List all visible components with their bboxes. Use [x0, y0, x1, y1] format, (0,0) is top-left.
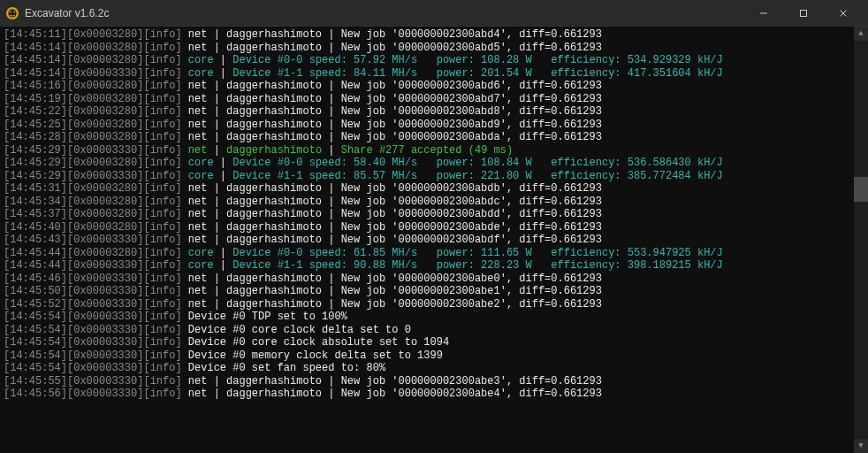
maximize-button[interactable] — [783, 0, 823, 27]
log-line: [14:45:43][0x00003330][info] net | dagge… — [4, 234, 850, 247]
log-line: [14:45:29][0x00003280][info] core | Devi… — [4, 157, 850, 170]
log-line: [14:45:11][0x00003280][info] net | dagge… — [4, 28, 850, 42]
scrollbar[interactable]: ▲ ▼ — [854, 27, 868, 453]
log-line: [14:45:54][0x00003330][info] Device #0 T… — [4, 311, 850, 324]
app-icon — [5, 6, 19, 20]
close-button[interactable] — [823, 0, 863, 27]
svg-point-3 — [13, 11, 15, 12]
log-line: [14:45:28][0x00003280][info] net | dagge… — [4, 131, 850, 144]
scroll-thumb[interactable] — [854, 177, 868, 202]
log-line: [14:45:44][0x00003330][info] core | Devi… — [4, 259, 850, 273]
window-title: Excavator v1.6.2c — [25, 7, 743, 19]
window-controls — [743, 0, 863, 27]
console-area: [14:45:11][0x00003280][info] net | dagge… — [0, 27, 868, 453]
log-line: [14:45:29][0x00003330][info] core | Devi… — [4, 170, 850, 183]
scroll-down-arrow[interactable]: ▼ — [854, 439, 868, 453]
minimize-button[interactable] — [743, 0, 783, 27]
log-line: [14:45:14][0x00003330][info] core | Devi… — [4, 67, 850, 81]
log-line: [14:45:50][0x00003330][info] net | dagge… — [4, 285, 850, 298]
svg-rect-5 — [800, 10, 806, 16]
console-output: [14:45:11][0x00003280][info] net | dagge… — [0, 27, 854, 453]
svg-point-2 — [10, 11, 11, 12]
log-line: [14:45:56][0x00003330][info] net | dagge… — [4, 388, 850, 401]
log-line: [14:45:31][0x00003280][info] net | dagge… — [4, 182, 850, 196]
log-line: [14:45:46][0x00003330][info] net | dagge… — [4, 273, 850, 286]
log-line: [14:45:29][0x00003330][info] net | dagge… — [4, 144, 850, 157]
log-line: [14:45:40][0x00003280][info] net | dagge… — [4, 221, 850, 234]
log-line: [14:45:14][0x00003280][info] core | Devi… — [4, 54, 850, 67]
log-line: [14:45:55][0x00003330][info] net | dagge… — [4, 375, 850, 388]
log-line: [14:45:54][0x00003330][info] Device #0 s… — [4, 362, 850, 375]
log-line: [14:45:52][0x00003330][info] net | dagge… — [4, 298, 850, 311]
scroll-up-arrow[interactable]: ▲ — [854, 27, 868, 41]
log-line: [14:45:25][0x00003280][info] net | dagge… — [4, 119, 850, 132]
log-line: [14:45:14][0x00003280][info] net | dagge… — [4, 42, 850, 55]
log-line: [14:45:19][0x00003280][info] net | dagge… — [4, 93, 850, 106]
log-line: [14:45:54][0x00003330][info] Device #0 m… — [4, 349, 850, 363]
log-line: [14:45:22][0x00003280][info] net | dagge… — [4, 105, 850, 119]
log-line: [14:45:54][0x00003330][info] Device #0 c… — [4, 336, 850, 349]
log-line: [14:45:44][0x00003280][info] core | Devi… — [4, 247, 850, 260]
log-line: [14:45:16][0x00003280][info] net | dagge… — [4, 80, 850, 93]
log-line: [14:45:34][0x00003280][info] net | dagge… — [4, 196, 850, 209]
log-line: [14:45:54][0x00003330][info] Device #0 c… — [4, 324, 850, 337]
window-titlebar: Excavator v1.6.2c — [0, 0, 868, 27]
log-line: [14:45:37][0x00003280][info] net | dagge… — [4, 208, 850, 221]
